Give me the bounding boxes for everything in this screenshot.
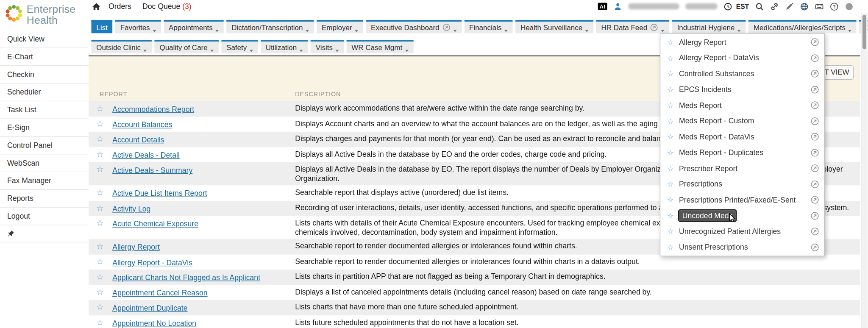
favorite-star-icon[interactable]: ☆ <box>96 218 104 228</box>
sidebar-item[interactable]: Task List <box>0 101 89 119</box>
favorite-star-icon[interactable]: ☆ <box>667 101 674 110</box>
report-link[interactable]: Allergy Report - DataVis <box>112 258 192 267</box>
user-button[interactable] <box>613 2 622 11</box>
report-tab[interactable]: Medications/Allergies/Scripts <box>748 20 857 33</box>
favorite-star-icon[interactable]: ☆ <box>667 38 674 47</box>
dropdown-menu-item[interactable]: ☆ Meds Report <box>660 97 824 113</box>
run-report-icon[interactable] <box>810 243 819 252</box>
run-report-icon[interactable] <box>810 180 819 189</box>
report-tab[interactable]: Safety <box>221 40 258 53</box>
vertical-scrollbar[interactable] <box>861 13 868 328</box>
report-link[interactable]: Acute Chemical Exposure <box>112 220 198 228</box>
favorite-star-icon[interactable]: ☆ <box>96 149 104 159</box>
report-tab[interactable]: Quality of Care <box>155 40 219 53</box>
dropdown-menu-item[interactable]: ☆ Meds Report - Custom <box>660 113 824 129</box>
report-link[interactable]: Allergy Report <box>112 243 160 251</box>
report-tab[interactable]: HR Data Feed <box>596 20 670 33</box>
report-tab[interactable]: WR Case Mgmt <box>347 40 414 53</box>
sidebar-item[interactable]: Control Panel <box>0 137 89 155</box>
sidebar-item[interactable]: E-Sign <box>0 119 89 137</box>
favorite-star-icon[interactable]: ☆ <box>96 317 104 328</box>
report-tab[interactable]: Executive Dashboard <box>366 20 461 33</box>
favorite-star-icon[interactable]: ☆ <box>667 117 674 125</box>
run-report-icon[interactable] <box>810 85 819 94</box>
run-report-icon[interactable] <box>810 132 819 141</box>
dropdown-menu-item[interactable]: ☆ EPCS Incidents <box>660 82 824 97</box>
dropdown-menu-item[interactable]: ☆ Unrecognized Patient Allergies <box>660 224 824 239</box>
home-button[interactable] <box>92 2 101 11</box>
sidebar-pin-button[interactable] <box>0 225 89 242</box>
sidebar-item[interactable]: WebScan <box>0 154 89 172</box>
report-tab[interactable]: Utilization <box>261 40 308 53</box>
favorite-star-icon[interactable]: ☆ <box>667 148 674 157</box>
dropdown-menu-item[interactable]: ☆ Prescriber Report <box>660 161 824 176</box>
favorite-star-icon[interactable]: ☆ <box>667 195 674 204</box>
report-tab[interactable]: Industrial Hygiene <box>672 20 746 33</box>
dropdown-menu-item[interactable]: ☆ Meds Report - DataVis <box>660 129 824 145</box>
favorite-star-icon[interactable]: ☆ <box>96 272 104 282</box>
report-tab[interactable]: Employer <box>317 20 363 33</box>
app-logo[interactable]: Enterprise Health <box>0 0 89 31</box>
report-tab[interactable]: Financials <box>464 20 512 33</box>
favorite-star-icon[interactable]: ☆ <box>96 287 104 297</box>
report-tab[interactable]: Dictation/Transcription <box>226 20 314 33</box>
sidebar-item[interactable]: Quick View <box>0 31 89 48</box>
run-report-icon[interactable] <box>810 53 819 62</box>
dropdown-menu-item[interactable]: ☆ Uncoded Meds <box>660 208 824 223</box>
dropdown-menu-item[interactable]: ☆ Allergy Report - DataVis <box>660 50 824 66</box>
favorite-star-icon[interactable]: ☆ <box>96 188 104 198</box>
favorite-star-icon[interactable]: ☆ <box>667 53 674 62</box>
run-report-icon[interactable] <box>810 117 819 125</box>
favorite-star-icon[interactable]: ☆ <box>667 211 674 220</box>
search-button[interactable] <box>755 2 764 11</box>
dropdown-menu-item[interactable]: ☆ Prescriptions <box>660 176 824 192</box>
sidebar-item[interactable]: Fax Manager <box>0 172 89 190</box>
topnav-doc-queue[interactable]: Doc Queue (3) <box>142 2 192 11</box>
keyboard-button[interactable] <box>815 2 824 11</box>
favorite-star-icon[interactable]: ☆ <box>96 103 104 114</box>
dropdown-menu-item[interactable]: ☆ Allergy Report <box>660 34 824 50</box>
favorite-star-icon[interactable]: ☆ <box>96 164 104 175</box>
status-dot-button[interactable] <box>845 2 854 11</box>
dropdown-menu-item[interactable]: ☆ Prescriptions Printed/Faxed/E-Sent <box>660 192 824 208</box>
report-tab[interactable]: Outside Clinic <box>92 40 152 53</box>
report-link[interactable]: Active Deals - Detail <box>112 151 180 159</box>
favorite-star-icon[interactable]: ☆ <box>667 69 674 78</box>
dropdown-menu-item[interactable]: ☆ Meds Report - Duplicates <box>660 145 824 161</box>
sidebar-item[interactable]: Scheduler <box>0 83 89 101</box>
report-link[interactable]: Active Deals - Summary <box>112 166 192 175</box>
report-link[interactable]: Account Details <box>112 136 164 144</box>
edit-button[interactable] <box>785 2 794 11</box>
run-report-icon[interactable] <box>810 101 819 110</box>
help-button[interactable]: ? <box>830 2 839 11</box>
favorite-star-icon[interactable]: ☆ <box>667 227 674 236</box>
report-tab[interactable]: Appointments <box>164 20 224 33</box>
report-tab[interactable]: List <box>92 20 113 33</box>
dropdown-menu-item[interactable]: ☆ Controlled Substances <box>660 66 824 81</box>
favorite-star-icon[interactable]: ☆ <box>667 164 674 173</box>
report-tab[interactable]: Favorites <box>115 20 161 33</box>
sidebar-item[interactable]: Reports <box>0 190 89 208</box>
favorite-star-icon[interactable]: ☆ <box>96 241 104 251</box>
run-report-icon[interactable] <box>810 164 819 173</box>
scrollbar-thumb[interactable] <box>862 15 866 49</box>
report-link[interactable]: Appointment No Location <box>112 319 196 328</box>
favorite-star-icon[interactable]: ☆ <box>667 85 674 94</box>
sidebar-item[interactable]: Logout <box>0 208 89 225</box>
ai-assistant-button[interactable]: AI <box>598 3 607 10</box>
run-report-icon[interactable] <box>810 227 819 236</box>
run-report-icon[interactable] <box>810 38 819 47</box>
favorite-star-icon[interactable]: ☆ <box>667 180 674 189</box>
report-link[interactable]: Appointment Duplicate <box>112 304 187 312</box>
clock-button[interactable] <box>723 2 732 11</box>
report-link[interactable]: Account Balances <box>112 120 172 129</box>
report-link[interactable]: Appointment Cancel Reason <box>112 289 207 297</box>
report-link[interactable]: Active Due List Items Report <box>112 189 207 198</box>
favorite-star-icon[interactable]: ☆ <box>96 203 104 213</box>
run-report-icon[interactable] <box>810 195 819 204</box>
sidebar-item[interactable]: Checkin <box>0 66 89 83</box>
link-button[interactable] <box>770 2 779 11</box>
favorite-star-icon[interactable]: ☆ <box>96 134 104 144</box>
report-link[interactable]: Applicant Charts Not Flagged as Is Appli… <box>112 273 260 282</box>
run-report-icon[interactable] <box>810 69 819 78</box>
